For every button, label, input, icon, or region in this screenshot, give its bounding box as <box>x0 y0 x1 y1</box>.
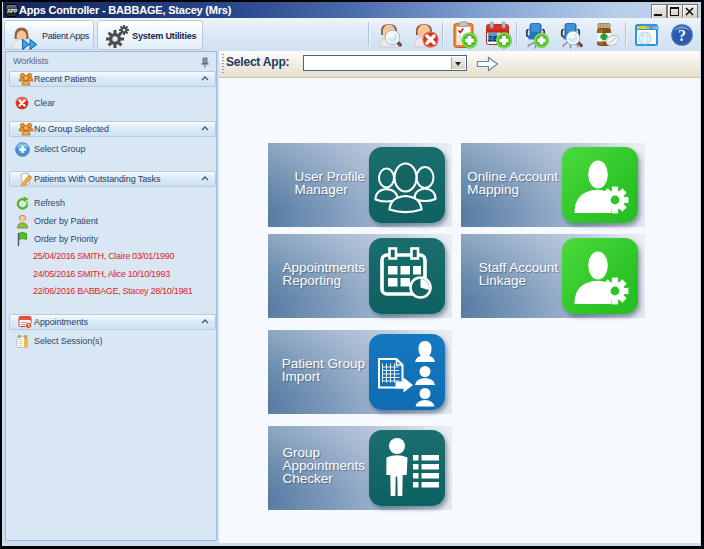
svg-text:?: ? <box>678 27 686 44</box>
